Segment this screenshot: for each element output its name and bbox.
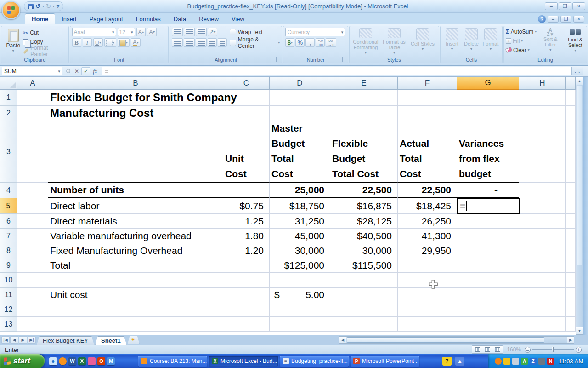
cell-H9[interactable] xyxy=(519,258,566,273)
first-sheet-icon[interactable]: |◀ xyxy=(1,336,10,344)
tab-data[interactable]: Data xyxy=(167,14,192,24)
format-cells-button[interactable]: Format▾ xyxy=(481,28,500,56)
task-firefox-course[interactable]: Course: BA 213: Man... xyxy=(138,356,207,367)
cell-partial12[interactable] xyxy=(566,302,576,317)
row-header-12[interactable]: 12 xyxy=(0,302,17,317)
firefox-icon[interactable] xyxy=(59,357,67,365)
cell-partial3[interactable] xyxy=(566,121,576,183)
cell-partial8[interactable] xyxy=(566,243,576,258)
show-desktop-icon[interactable]: ▴ xyxy=(455,356,464,366)
scroll-right-icon[interactable]: ▶ xyxy=(567,336,574,344)
paste-dropdown-icon[interactable]: ▾ xyxy=(12,49,14,53)
column-header-D[interactable]: D xyxy=(270,77,330,90)
cell-F4[interactable]: 22,500 xyxy=(398,183,457,198)
align-right-button[interactable] xyxy=(196,38,207,47)
cell-E11[interactable] xyxy=(330,288,398,302)
italic-button[interactable]: I xyxy=(83,38,92,47)
cell-G4[interactable]: - xyxy=(457,183,519,198)
help-icon[interactable]: ? xyxy=(538,15,546,23)
cell-B4[interactable]: Number of units xyxy=(48,183,223,198)
row-header-9[interactable]: 9 xyxy=(0,258,17,273)
cell-G6[interactable] xyxy=(457,214,519,229)
cell-partial5[interactable] xyxy=(566,198,576,214)
cell-B2[interactable]: Manufacturing Cost xyxy=(48,106,223,121)
cell-C3[interactable]: Unit Cost xyxy=(223,121,270,183)
task-excel-budgeting[interactable]: XMicrosoft Excel - Bud... xyxy=(209,356,278,367)
paste-button[interactable]: Paste ▾ xyxy=(3,28,23,56)
tray-n-icon[interactable]: N xyxy=(547,358,554,365)
column-header-F[interactable]: F xyxy=(398,77,457,90)
cell-F13[interactable] xyxy=(398,317,457,332)
close-button[interactable]: × xyxy=(572,2,585,10)
cell-C12[interactable] xyxy=(223,302,270,317)
tray-orange-icon[interactable] xyxy=(495,358,502,365)
find-select-button[interactable]: Find & Select▾ xyxy=(563,28,587,56)
conditional-formatting-button[interactable]: Conditional Formatting▾ xyxy=(351,28,380,56)
horizontal-scrollbar[interactable]: ◀ ▶ xyxy=(339,336,574,344)
select-all-corner[interactable] xyxy=(0,77,17,90)
cell-A7[interactable] xyxy=(17,229,48,243)
office-button-icon[interactable] xyxy=(2,1,20,19)
cell-D1[interactable] xyxy=(270,90,330,106)
workbook-minimize-button[interactable]: – xyxy=(548,16,559,23)
cell-partial2[interactable] xyxy=(566,106,576,121)
enter-entry-button[interactable]: ✓ xyxy=(81,67,90,75)
column-header-B[interactable]: B xyxy=(48,77,223,90)
sheet-tab-flex-budget-key[interactable]: Flex Budget KEY xyxy=(37,336,94,345)
number-format-combo[interactable]: Currency▾ xyxy=(285,28,345,36)
previous-sheet-icon[interactable]: ◀ xyxy=(10,336,18,344)
cell-C4[interactable] xyxy=(223,183,270,198)
column-header-E[interactable]: E xyxy=(330,77,398,90)
cell-G2[interactable] xyxy=(457,106,519,121)
cell-partial1[interactable] xyxy=(566,90,576,106)
vertical-scrollbar[interactable]: ▲ ▼ xyxy=(576,77,583,335)
save-icon[interactable] xyxy=(28,4,34,9)
row-header-11[interactable]: 11 xyxy=(0,288,17,302)
wrap-text-button[interactable]: Wrap Text xyxy=(230,28,280,36)
cell-B10[interactable] xyxy=(48,273,223,288)
tab-review[interactable]: Review xyxy=(192,14,225,24)
cell-G3[interactable]: Variances from flex budget xyxy=(457,121,519,183)
row-header-6[interactable]: 6 xyxy=(0,214,17,229)
minimize-button[interactable]: – xyxy=(545,2,558,10)
cell-A5[interactable] xyxy=(17,198,48,214)
cell-H3[interactable] xyxy=(519,121,566,183)
cell-D8[interactable]: 30,000 xyxy=(270,243,330,258)
cell-E4[interactable]: 22,500 xyxy=(330,183,398,198)
bold-button[interactable]: B xyxy=(72,38,81,47)
cell-A10[interactable] xyxy=(17,273,48,288)
row-header-7[interactable]: 7 xyxy=(0,229,17,243)
format-as-table-button[interactable]: Format as Table▾ xyxy=(380,28,408,56)
cell-partial6[interactable] xyxy=(566,214,576,229)
zoom-in-icon[interactable]: + xyxy=(576,347,582,353)
insert-function-button[interactable]: fx xyxy=(90,67,100,75)
cell-G12[interactable] xyxy=(457,302,519,317)
cell-B7[interactable]: Variable manufacturing overhead xyxy=(48,229,223,243)
cell-D10[interactable] xyxy=(270,273,330,288)
undo-dropdown-icon[interactable]: ▾ xyxy=(42,4,44,8)
cell-partial7[interactable] xyxy=(566,229,576,243)
cell-D5[interactable]: $18,750 xyxy=(270,198,330,214)
format-painter-button[interactable]: Format Painter xyxy=(23,47,66,55)
cell-F5[interactable]: $18,425 xyxy=(398,198,457,214)
alignment-dialog-launcher-icon[interactable] xyxy=(276,58,281,62)
cell-G5[interactable]: = xyxy=(457,198,519,214)
cell-A4[interactable] xyxy=(17,183,48,198)
underline-button[interactable]: U▾ xyxy=(93,38,103,47)
align-bottom-button[interactable] xyxy=(196,28,207,36)
cell-E2[interactable] xyxy=(330,106,398,121)
orientation-button[interactable]: ↗▾ xyxy=(208,28,217,36)
zoom-out-icon[interactable]: – xyxy=(525,347,531,353)
decrease-decimal-button[interactable]: .00→.0 xyxy=(326,38,336,47)
cell-partial10[interactable] xyxy=(566,273,576,288)
align-top-button[interactable] xyxy=(172,28,183,36)
column-header-G[interactable]: G xyxy=(457,77,519,90)
cell-A13[interactable] xyxy=(17,317,48,332)
row-header-8[interactable]: 8 xyxy=(0,243,17,258)
last-sheet-icon[interactable]: ▶| xyxy=(28,336,36,344)
autosum-button[interactable]: ΣAutoSum▾ xyxy=(506,28,537,35)
cell-B8[interactable]: Fixed Manufacturing Overhead xyxy=(48,243,223,258)
cell-F11[interactable] xyxy=(398,288,457,302)
cell-F8[interactable]: 29,950 xyxy=(398,243,457,258)
cell-D13[interactable] xyxy=(270,317,330,332)
